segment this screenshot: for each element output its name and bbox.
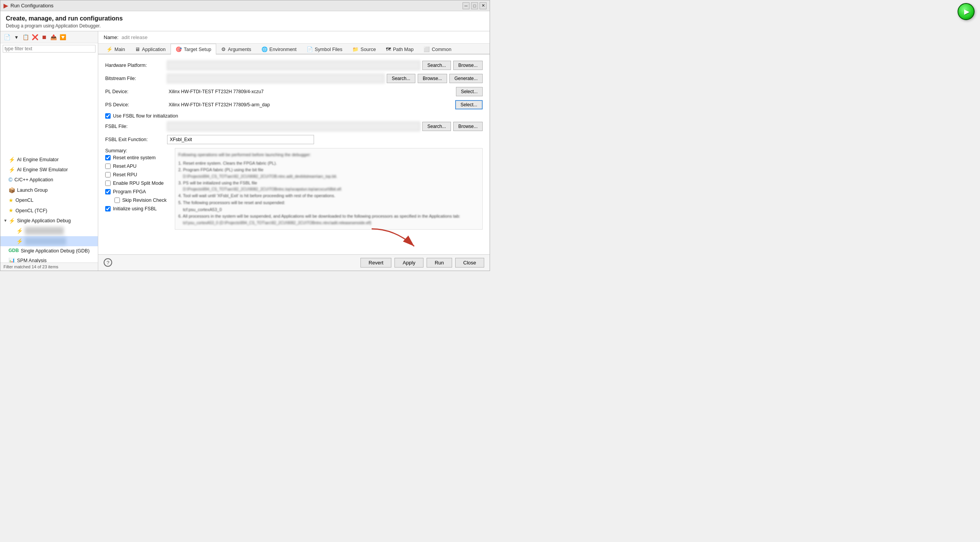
reset-apu-row: Reset APU bbox=[105, 164, 175, 169]
tab-application[interactable]: 🖥 Application bbox=[130, 44, 171, 55]
sidebar-item-ai-engine-emulator[interactable]: ⚡ AI Engine Emulator bbox=[0, 155, 98, 165]
checkboxes-panel: Summary: Reset entire system Reset APU bbox=[105, 148, 175, 230]
sidebar-item-single-app-debug[interactable]: ▼ ⚡ Single Application Debug bbox=[0, 216, 98, 226]
use-fsbl-checkbox[interactable] bbox=[105, 113, 111, 119]
init-using-fsbl-row: Initialize using FSBL bbox=[105, 206, 175, 211]
sidebar-item-spm-analysis[interactable]: 📊 SPM Analysis bbox=[0, 256, 98, 262]
fsbl-exit-input[interactable] bbox=[167, 135, 314, 144]
reset-apu-checkbox[interactable] bbox=[105, 164, 111, 169]
tab-path-map[interactable]: 🗺 Path Map bbox=[381, 44, 419, 55]
filter-status: Filter matched 14 of 23 items bbox=[3, 264, 58, 269]
fsbl-exit-row: FSBL Exit Function: bbox=[105, 135, 483, 144]
item-icon: 📦 bbox=[9, 186, 15, 194]
fsbl-search-btn[interactable]: Search... bbox=[422, 122, 451, 131]
ps-device-select-btn[interactable]: Select... bbox=[455, 100, 483, 109]
item-icon: ★ bbox=[9, 196, 14, 205]
tab-environment[interactable]: 🌐 Environment bbox=[256, 44, 302, 55]
application-tab-icon: 🖥 bbox=[135, 46, 140, 52]
app-icon: ▶ bbox=[3, 2, 8, 9]
item-label: SPM Analysis bbox=[17, 257, 46, 262]
item-label: Single Application Debug (GDB) bbox=[21, 247, 90, 255]
sidebar-item-child-1[interactable]: ⚡ adit debug blurred bbox=[0, 226, 98, 236]
stop-button[interactable]: ⏹ bbox=[40, 33, 48, 41]
sidebar-tree: ⚡ AI Engine Emulator ⚡ AI Engine SW Emul… bbox=[0, 154, 98, 263]
copy-config-button[interactable]: 📋 bbox=[21, 33, 30, 41]
item-label: adit debug blurred bbox=[25, 227, 64, 235]
revert-button[interactable]: Revert bbox=[360, 258, 391, 268]
new-config-dropdown[interactable]: ▾ bbox=[12, 33, 20, 41]
program-fpga-row: Program FPGA bbox=[105, 189, 175, 194]
reset-rpu-label: Reset RPU bbox=[113, 172, 137, 177]
help-icon[interactable]: ? bbox=[104, 258, 112, 267]
run-button[interactable]: Run bbox=[427, 258, 452, 268]
expand-icon: ▼ bbox=[3, 218, 7, 224]
bottom-bar: ? Revert Apply Run Close bbox=[98, 254, 490, 271]
close-button[interactable]: ✕ bbox=[480, 2, 487, 9]
fsbl-file-row: FSBL File: Search... Browse... bbox=[105, 122, 483, 131]
symbol-files-tab-icon: 📄 bbox=[307, 46, 313, 52]
reset-entire-system-checkbox[interactable] bbox=[105, 155, 111, 160]
tab-path-map-label: Path Map bbox=[393, 47, 414, 52]
tab-arguments[interactable]: ⚙ Arguments bbox=[216, 44, 256, 55]
close-dialog-button[interactable]: Close bbox=[455, 258, 484, 268]
init-using-fsbl-checkbox[interactable] bbox=[105, 206, 111, 211]
tab-main[interactable]: ⚡ Main bbox=[101, 44, 130, 55]
new-config-button[interactable]: 📄 bbox=[3, 33, 11, 41]
run-circle-button[interactable] bbox=[958, 3, 975, 20]
item-icon: © bbox=[9, 176, 12, 184]
target-setup-tab-icon: 🎯 bbox=[176, 46, 182, 52]
filter-button[interactable]: 🔽 bbox=[58, 33, 67, 41]
skip-revision-check-row: Skip Revision Check bbox=[114, 198, 175, 203]
tab-main-label: Main bbox=[114, 47, 125, 52]
sidebar-item-cpp-application[interactable]: © C/C++ Application bbox=[0, 175, 98, 185]
header-subtitle: Debug a program using Application Debugg… bbox=[6, 23, 484, 29]
bitstream-generate-btn[interactable]: Generate... bbox=[449, 74, 483, 83]
bitstream-search-btn[interactable]: Search... bbox=[387, 74, 415, 83]
hardware-platform-search-btn[interactable]: Search... bbox=[422, 61, 451, 70]
right-panel: Name: adit release ⚡ Main 🖥 Application … bbox=[98, 31, 490, 271]
sidebar-item-launch-group[interactable]: 📦 Launch Group bbox=[0, 185, 98, 195]
delete-config-button[interactable]: ❌ bbox=[31, 33, 39, 41]
sidebar-item-child-2[interactable]: ⚡ adit release blurred bbox=[0, 236, 98, 246]
run-configurations-window: ▶ Run Configurations ─ □ ✕ Create, manag… bbox=[0, 0, 490, 271]
skip-revision-check-checkbox[interactable] bbox=[114, 198, 120, 203]
summary-section: Summary: Reset entire system Reset APU bbox=[105, 148, 483, 230]
apply-button[interactable]: Apply bbox=[394, 258, 423, 268]
bitstream-file-input[interactable] bbox=[167, 74, 384, 83]
pl-device-row: PL Device: Xilinx HW-FTDI-TEST FT232H 77… bbox=[105, 87, 483, 96]
hardware-platform-row: Hardware Platform: Search... Browse... bbox=[105, 61, 483, 70]
tab-common[interactable]: ⬜ Common bbox=[418, 44, 456, 55]
program-fpga-label: Program FPGA bbox=[113, 189, 146, 194]
program-fpga-checkbox[interactable] bbox=[105, 189, 111, 194]
enable-rpu-split-checkbox[interactable] bbox=[105, 181, 111, 186]
tab-symbol-files[interactable]: 📄 Symbol Files bbox=[302, 44, 348, 55]
pl-device-select-btn[interactable]: Select... bbox=[456, 87, 483, 96]
item-label: C/C++ Application bbox=[14, 176, 53, 184]
maximize-button[interactable]: □ bbox=[471, 2, 478, 9]
main-tab-icon: ⚡ bbox=[106, 46, 113, 52]
filter-input[interactable] bbox=[3, 45, 96, 53]
item-label: OpenCL bbox=[15, 196, 34, 204]
sidebar-item-single-app-debug-gdb[interactable]: GDB Single Application Debug (GDB) bbox=[0, 246, 98, 256]
export-button[interactable]: 📤 bbox=[49, 33, 58, 41]
tab-source[interactable]: 📁 Source bbox=[347, 44, 381, 55]
fsbl-browse-btn[interactable]: Browse... bbox=[453, 122, 483, 131]
sidebar-item-opencl-tcf[interactable]: ★ OpenCL (TCF) bbox=[0, 205, 98, 215]
item-icon: ⚡ bbox=[9, 216, 15, 225]
tab-target-setup[interactable]: 🎯 Target Setup bbox=[171, 44, 216, 55]
bitstream-file-label: Bitstream File: bbox=[105, 76, 167, 81]
fsbl-file-input[interactable] bbox=[167, 122, 420, 131]
reset-rpu-checkbox[interactable] bbox=[105, 172, 111, 177]
title-bar: ▶ Run Configurations ─ □ ✕ bbox=[0, 0, 490, 11]
window-title: Run Configurations bbox=[10, 3, 53, 9]
tabs-bar: ⚡ Main 🖥 Application 🎯 Target Setup ⚙ Ar… bbox=[98, 44, 490, 55]
sidebar-item-ai-engine-sw-emulator[interactable]: ⚡ AI Engine SW Emulator bbox=[0, 165, 98, 175]
minimize-button[interactable]: ─ bbox=[463, 2, 470, 9]
header-title: Create, manage, and run configurations bbox=[6, 15, 484, 22]
source-tab-icon: 📁 bbox=[352, 46, 359, 52]
hardware-platform-input[interactable] bbox=[167, 61, 420, 70]
hardware-platform-browse-btn[interactable]: Browse... bbox=[453, 61, 483, 70]
sidebar-item-opencl[interactable]: ★ OpenCL bbox=[0, 195, 98, 205]
bitstream-browse-btn[interactable]: Browse... bbox=[418, 74, 447, 83]
path-map-tab-icon: 🗺 bbox=[386, 46, 391, 52]
